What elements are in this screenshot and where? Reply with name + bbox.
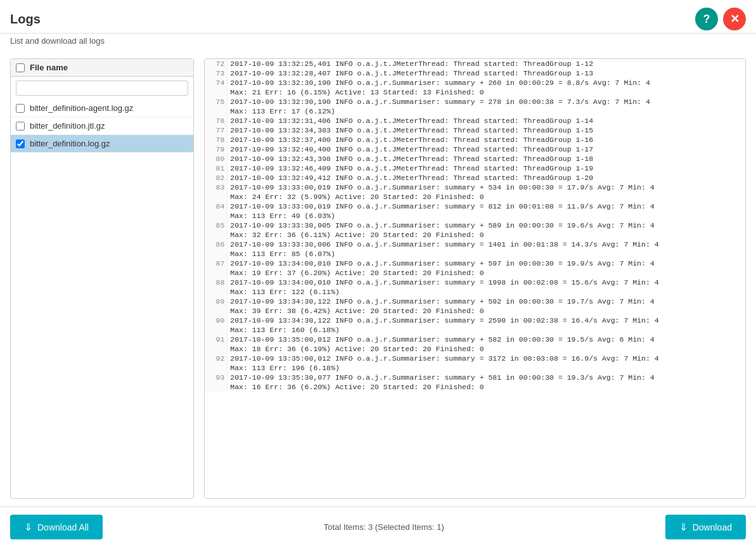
log-line-number: 89 — [205, 297, 227, 306]
log-row: 812017-10-09 13:32:46,409 INFO o.a.j.t.J… — [205, 164, 745, 173]
log-line-text: Max: 18 Err: 36 (6.19%) Active: 20 Start… — [227, 344, 745, 354]
file-list: bitter_definition-agent.log.gzbitter_def… — [11, 100, 193, 498]
log-line-text: Max: 32 Err: 36 (6.11%) Active: 20 Start… — [227, 230, 745, 240]
log-row: 822017-10-09 13:32:49,412 INFO o.a.j.t.J… — [205, 173, 745, 183]
log-row: 932017-10-09 13:35:30,077 INFO o.a.j.r.S… — [205, 373, 745, 382]
log-line-text: 2017-10-09 13:32:30,190 INFO o.a.j.r.Sum… — [227, 97, 745, 106]
log-line-number: 87 — [205, 259, 227, 268]
log-line-text: Max: 16 Err: 36 (6.20%) Active: 20 Start… — [227, 382, 745, 392]
log-row: 882017-10-09 13:34:00,010 INFO o.a.j.r.S… — [205, 278, 745, 287]
log-line-text: Max: 113 Err: 49 (6.03%) — [227, 211, 745, 221]
log-line-text: 2017-10-09 13:32:25,401 INFO o.a.j.t.JMe… — [227, 59, 745, 68]
log-line-text: 2017-10-09 13:34:00,010 INFO o.a.j.r.Sum… — [227, 278, 745, 287]
log-line-number: 75 — [205, 97, 227, 106]
log-line-number: 85 — [205, 221, 227, 230]
log-line-number — [205, 230, 227, 240]
log-row: 782017-10-09 13:32:37,400 INFO o.a.j.t.J… — [205, 135, 745, 145]
log-row: 872017-10-09 13:34:00,010 INFO o.a.j.r.S… — [205, 259, 745, 268]
log-line-text: 2017-10-09 13:32:49,412 INFO o.a.j.t.JMe… — [227, 173, 745, 183]
modal-header: Logs ? ✕ — [0, 0, 756, 34]
log-row: Max: 113 Err: 49 (6.03%) — [205, 211, 745, 221]
log-line-number — [205, 325, 227, 335]
log-line-text: 2017-10-09 13:32:37,400 INFO o.a.j.t.JMe… — [227, 135, 745, 145]
download-button[interactable]: ⇓ Download — [665, 515, 746, 539]
log-row: 912017-10-09 13:35:00,012 INFO o.a.j.r.S… — [205, 335, 745, 344]
download-label: Download — [693, 522, 732, 532]
log-line-number — [205, 344, 227, 354]
log-line-number — [205, 211, 227, 221]
file-checkbox[interactable] — [16, 139, 25, 148]
log-row: 772017-10-09 13:32:34,303 INFO o.a.j.t.J… — [205, 125, 745, 135]
log-line-number: 84 — [205, 202, 227, 211]
log-row: 842017-10-09 13:33:00,019 INFO o.a.j.r.S… — [205, 202, 745, 211]
log-row: 832017-10-09 13:33:00,019 INFO o.a.j.r.S… — [205, 183, 745, 192]
log-line-number — [205, 268, 227, 278]
log-line-text: 2017-10-09 13:32:31,406 INFO o.a.j.t.JMe… — [227, 116, 745, 125]
log-line-number — [205, 249, 227, 259]
file-name-label: bitter_definition.jtl.gz — [30, 121, 105, 131]
close-button[interactable]: ✕ — [723, 8, 746, 30]
log-line-text: 2017-10-09 13:33:00,019 INFO o.a.j.r.Sum… — [227, 202, 745, 211]
footer-buttons-left: ⇓ Download All — [10, 507, 103, 547]
select-all-checkbox[interactable] — [16, 63, 25, 72]
log-line-text: Max: 21 Err: 16 (6.15%) Active: 13 Start… — [227, 87, 745, 97]
log-line-text: Max: 39 Err: 38 (6.42%) Active: 20 Start… — [227, 306, 745, 316]
log-row: 892017-10-09 13:34:30,122 INFO o.a.j.r.S… — [205, 297, 745, 306]
footer-buttons-right: ⇓ Download — [665, 507, 746, 547]
log-table: 722017-10-09 13:32:25,401 INFO o.a.j.t.J… — [205, 59, 745, 392]
file-panel: File name bitter_definition-agent.log.gz… — [10, 58, 194, 499]
log-line-number: 88 — [205, 278, 227, 287]
log-line-number: 91 — [205, 335, 227, 344]
total-items-label: Total Items: 3 (Selected Items: 1) — [324, 522, 444, 532]
file-item[interactable]: bitter_definition-agent.log.gz — [11, 100, 193, 117]
log-line-text: 2017-10-09 13:35:00,012 INFO o.a.j.r.Sum… — [227, 335, 745, 344]
log-line-text: 2017-10-09 13:32:28,407 INFO o.a.j.t.JMe… — [227, 68, 745, 78]
log-line-text: Max: 113 Err: 17 (6.12%) — [227, 106, 745, 116]
log-content[interactable]: 722017-10-09 13:32:25,401 INFO o.a.j.t.J… — [205, 59, 745, 498]
log-line-number: 82 — [205, 173, 227, 183]
log-line-number: 92 — [205, 354, 227, 363]
log-line-number — [205, 306, 227, 316]
log-line-number: 93 — [205, 373, 227, 382]
log-line-text: Max: 19 Err: 37 (6.20%) Active: 20 Start… — [227, 268, 745, 278]
log-line-text: 2017-10-09 13:35:30,077 INFO o.a.j.r.Sum… — [227, 373, 745, 382]
log-line-text: Max: 113 Err: 122 (6.11%) — [227, 287, 745, 297]
log-row: Max: 21 Err: 16 (6.15%) Active: 13 Start… — [205, 87, 745, 97]
log-row: Max: 16 Err: 36 (6.20%) Active: 20 Start… — [205, 382, 745, 392]
file-checkbox[interactable] — [16, 104, 25, 113]
log-line-text: 2017-10-09 13:32:30,190 INFO o.a.j.r.Sum… — [227, 78, 745, 87]
log-viewer: 722017-10-09 13:32:25,401 INFO o.a.j.t.J… — [204, 58, 746, 499]
log-line-number: 74 — [205, 78, 227, 87]
log-line-number: 76 — [205, 116, 227, 125]
file-item[interactable]: bitter_definition.log.gz — [11, 135, 193, 153]
file-checkbox[interactable] — [16, 122, 25, 131]
log-row: 742017-10-09 13:32:30,190 INFO o.a.j.r.S… — [205, 78, 745, 87]
download-all-button[interactable]: ⇓ Download All — [10, 515, 103, 539]
help-button[interactable]: ? — [695, 8, 718, 30]
log-row: Max: 24 Err: 32 (5.99%) Active: 20 Start… — [205, 192, 745, 202]
log-line-text: 2017-10-09 13:35:00,012 INFO o.a.j.r.Sum… — [227, 354, 745, 363]
log-row: Max: 18 Err: 36 (6.19%) Active: 20 Start… — [205, 344, 745, 354]
log-line-text: 2017-10-09 13:32:40,400 INFO o.a.j.t.JMe… — [227, 145, 745, 154]
log-row: Max: 39 Err: 38 (6.42%) Active: 20 Start… — [205, 306, 745, 316]
log-line-text: 2017-10-09 13:33:30,005 INFO o.a.j.r.Sum… — [227, 221, 745, 230]
header-actions: ? ✕ — [695, 8, 746, 30]
log-line-number: 90 — [205, 316, 227, 325]
log-line-number: 78 — [205, 135, 227, 145]
footer-info: Total Items: 3 (Selected Items: 1) — [324, 517, 444, 537]
file-name-label: bitter_definition-agent.log.gz — [30, 103, 133, 113]
log-line-number: 73 — [205, 68, 227, 78]
subtitle: List and download all logs — [0, 34, 756, 51]
file-search-input[interactable] — [16, 80, 188, 96]
log-row: Max: 113 Err: 160 (6.18%) — [205, 325, 745, 335]
file-name-label: bitter_definition.log.gz — [30, 139, 110, 148]
file-item[interactable]: bitter_definition.jtl.gz — [11, 117, 193, 135]
download-icon: ⇓ — [679, 521, 688, 533]
log-line-number — [205, 106, 227, 116]
modal-footer: ⇓ Download All Total Items: 3 (Selected … — [0, 506, 756, 547]
log-row: Max: 113 Err: 17 (6.12%) — [205, 106, 745, 116]
log-row: 792017-10-09 13:32:40,400 INFO o.a.j.t.J… — [205, 145, 745, 154]
log-line-number: 80 — [205, 154, 227, 164]
log-line-text: 2017-10-09 13:34:00,010 INFO o.a.j.r.Sum… — [227, 259, 745, 268]
log-row: 922017-10-09 13:35:00,012 INFO o.a.j.r.S… — [205, 354, 745, 363]
